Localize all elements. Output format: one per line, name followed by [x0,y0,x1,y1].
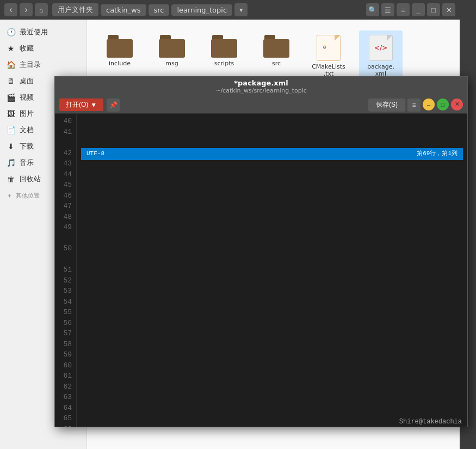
save-button-label: 保存(S) [376,101,398,108]
code-line-40: UTF-8 第69行，第1列 [81,127,463,138]
forward-button[interactable]: › [20,3,33,16]
editor-content: 4041 4243444546 474849 50 5152535455 565… [55,114,467,427]
sidebar-label-music: 音乐 [20,158,34,168]
status-line-col: 第69行，第1列 [417,149,458,158]
sidebar-other-label: 其他位置 [16,192,40,200]
pictures-icon: 🖼 [7,109,15,118]
breadcrumb-catkin[interactable]: catkin_ws [101,4,146,16]
search-button[interactable]: 🔍 [366,3,379,16]
file-label-include: include [109,60,131,67]
menu-button[interactable]: ≡ [397,3,410,16]
video-icon: 🎬 [7,93,15,102]
open-button[interactable]: 打开(O) ▼ [59,99,103,111]
title-icons: 🔍 ☰ ≡ _ □ ✕ [366,3,455,16]
folder-src[interactable]: src [255,30,298,82]
status-encoding: UTF-8 [86,149,104,158]
sidebar-label-desktop: 桌面 [20,76,34,86]
editor-window-controls: 保存(S) ≡ – □ ✕ [368,99,463,112]
editor-toolbar: 打开(O) ▼ 📌 保存(S) ≡ – □ ✕ [55,96,467,114]
watermark: Shire@takedachia [399,418,462,426]
svg-text:⚙: ⚙ [323,44,326,50]
editor-maximize-button[interactable]: □ [437,99,449,110]
folder-icon-include [107,35,133,58]
documents-icon: 📄 [7,126,15,134]
menu-icon-button[interactable]: ≡ [407,99,421,112]
folder-msg[interactable]: msg [150,30,194,82]
code-editor[interactable]: UTF-8 第69行，第1列 [77,114,467,427]
open-dropdown-icon: ▼ [90,101,97,109]
minimize-button[interactable]: _ [412,3,425,16]
music-icon: 🎵 [7,158,15,167]
file-label-cmake: CMakeLists.txt [312,63,345,77]
title-bar: ‹ › ⌂ 用户文件夹 catkin_ws src learning_topic… [0,0,460,20]
downloads-icon: ⬇ [7,142,15,151]
file-cmake[interactable]: ⚙ CMakeLists.txt [307,30,350,82]
home-icon: 🏠 [7,60,15,69]
breadcrumb: 用户文件夹 catkin_ws src learning_topic ▼ [50,3,364,16]
folder-include[interactable]: include [98,30,141,82]
open-button-label: 打开(O) [66,100,88,109]
xml-file-icon: </> [369,35,393,61]
breadcrumb-topic[interactable]: learning_topic [171,4,232,16]
file-label-msg: msg [165,60,178,67]
sidebar-label-downloads: 下载 [20,142,34,151]
sidebar-label-favorites: 收藏 [20,44,34,53]
desktop-icon: 🖥 [7,77,15,85]
folder-icon-scripts [211,35,237,58]
save-button[interactable]: 保存(S) [368,99,405,112]
cmake-icon: ⚙ [317,35,341,61]
maximize-button[interactable]: □ [427,3,440,16]
sidebar-label-trash: 回收站 [20,174,41,184]
sidebar-label-recent: 最近使用 [20,27,48,37]
editor-titlebar: *package.xml ~/catkin_ws/src/learning_to… [55,77,467,96]
status-bar: UTF-8 第69行，第1列 [81,148,463,160]
breadcrumb-home[interactable]: 用户文件夹 [52,3,98,16]
close-button[interactable]: ✕ [442,3,455,16]
file-label-scripts: scripts [214,60,234,67]
view-toggle-button[interactable]: ☰ [381,3,394,16]
line-numbers: 4041 4243444546 474849 50 5152535455 565… [55,114,77,427]
file-label-package-xml: package.xml [367,63,394,77]
editor-subtitle: ~/catkin_ws/src/learning_topic [215,87,307,94]
back-button[interactable]: ‹ [4,3,17,16]
folder-scripts[interactable]: scripts [202,30,246,82]
editor-minimize-button[interactable]: – [423,99,435,110]
sidebar-label-pictures: 图片 [20,109,34,119]
sidebar-item-recent[interactable]: 🕐 最近使用 [0,24,86,40]
home-nav-button[interactable]: ⌂ [35,3,48,16]
editor-title: *package.xml [234,79,288,87]
status-right: 第69行，第1列 [417,149,458,158]
file-package-xml[interactable]: </> package.xml [359,30,403,82]
recent-icon: 🕐 [7,28,15,36]
breadcrumb-dropdown[interactable]: ▼ [234,3,248,16]
sidebar-item-home[interactable]: 🏠 主目录 [0,57,86,73]
folder-icon-src [263,35,289,58]
sidebar-label-home: 主目录 [20,60,41,70]
editor-close-button[interactable]: ✕ [451,99,463,110]
breadcrumb-src[interactable]: src [149,4,170,16]
file-label-src: src [272,60,281,67]
sidebar-item-favorites[interactable]: ★ 收藏 [0,40,86,57]
trash-icon: 🗑 [7,175,15,183]
editor-window: *package.xml ~/catkin_ws/src/learning_to… [54,76,468,427]
sidebar-section-label: ＋ [7,192,13,200]
sidebar-label-video: 视频 [20,93,34,102]
folder-icon-msg [159,35,185,58]
toolbar-pin-button[interactable]: 📌 [107,99,120,112]
favorites-icon: ★ [7,44,15,53]
sidebar-label-documents: 文档 [20,125,34,135]
